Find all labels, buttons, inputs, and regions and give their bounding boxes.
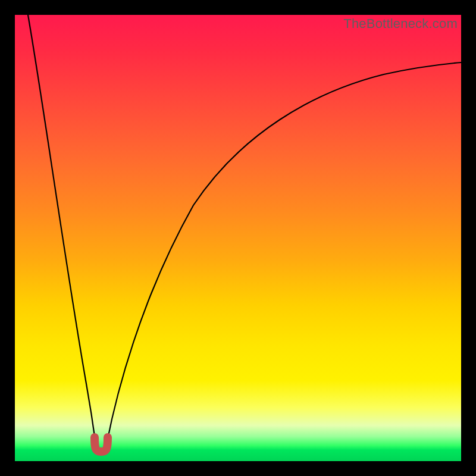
min-marker [95,437,108,452]
watermark-text: TheBottleneck.com [343,16,458,32]
bottleneck-curve-svg [15,15,461,461]
chart-frame: TheBottleneck.com [15,15,461,461]
curve-right-branch [107,62,461,444]
curve-left-branch [28,15,96,444]
